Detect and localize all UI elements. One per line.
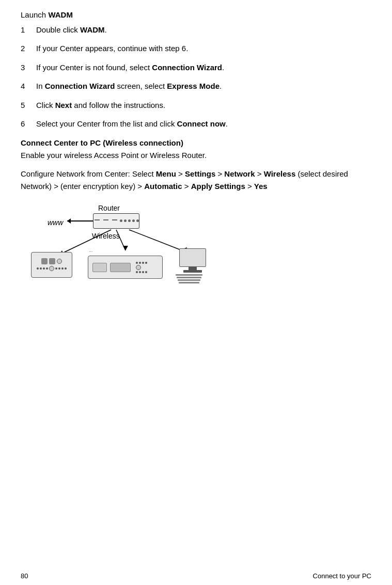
- step-2-text: If your Center appears, continue with st…: [36, 43, 188, 55]
- router-box: [93, 213, 139, 229]
- router-dot-5: [136, 219, 139, 222]
- cbtn-dot-6: [139, 271, 141, 273]
- step-4-text: In Connection Wizard screen, select Expr…: [36, 81, 222, 92]
- left-dot-2: [40, 267, 42, 270]
- left-top-row: [41, 258, 62, 264]
- router-line-1: [95, 219, 100, 220]
- router-dot-4: [132, 219, 135, 222]
- keyboard: [176, 274, 209, 283]
- left-dot-4: [46, 267, 48, 270]
- step-2-number: 2: [21, 43, 36, 55]
- computer-base: [183, 270, 202, 273]
- step-5-number: 5: [21, 100, 36, 112]
- device-left: [31, 252, 77, 283]
- left-dot-5: [55, 267, 57, 270]
- step-3: 3 If your Center is not found, select Co…: [21, 62, 371, 74]
- page-footer: 80 Connect to your PC: [0, 572, 392, 580]
- router-dots: [93, 219, 139, 222]
- step-6: 6 Select your Center from the list and c…: [21, 118, 371, 130]
- center-led: [92, 263, 107, 272]
- center-display: [110, 263, 131, 272]
- router-label: Router: [98, 203, 120, 214]
- step-5-text: Click Next and follow the instructions.: [36, 100, 165, 112]
- c-circle-btn: [136, 265, 141, 270]
- cbtn-dot-7: [142, 271, 144, 273]
- cbtn-dot-1: [136, 262, 138, 264]
- center-btn-row: [136, 262, 147, 273]
- launch-title: Launch WADM: [21, 9, 371, 21]
- computer-monitor: [179, 248, 206, 267]
- cbtn-dot-4: [145, 262, 147, 264]
- step-3-text: If your Center is not found, select Conn…: [36, 62, 224, 74]
- center-btn-small-1: [136, 262, 147, 264]
- step-1-number: 1: [21, 24, 36, 36]
- kb-line-3: [178, 279, 200, 281]
- left-dot-1: [37, 267, 39, 270]
- router-line-3: [112, 219, 117, 220]
- left-dots-row: [37, 266, 67, 271]
- center-device-body: [88, 256, 163, 279]
- page-number: 80: [21, 572, 28, 580]
- kb-line-1: [176, 274, 202, 276]
- cbtn-dot-3: [142, 262, 144, 264]
- computer-stand: [189, 267, 197, 270]
- step-1: 1 Double click WADM.: [21, 24, 371, 36]
- left-btn-2: [49, 258, 55, 264]
- step-list: 1 Double click WADM. 2 If your Center ap…: [21, 24, 371, 130]
- left-dot-6: [58, 267, 60, 270]
- kb-line-4: [179, 282, 199, 283]
- step-5: 5 Click Next and follow the instructions…: [21, 100, 371, 112]
- step-2: 2 If your Center appears, continue with …: [21, 43, 371, 55]
- cbtn-dot-2: [139, 262, 141, 264]
- router-dot-2: [124, 219, 127, 222]
- router-line-2: [103, 219, 108, 220]
- left-btn-1: [41, 258, 48, 264]
- left-circle-btn: [49, 266, 54, 271]
- kb-line-2: [177, 277, 201, 278]
- diagram: Router www Wireless: [31, 203, 222, 286]
- left-dot-3: [43, 267, 45, 270]
- footer-text: Connect to your PC: [313, 572, 371, 580]
- cbtn-dot-5: [136, 271, 138, 273]
- section-subtitle: Enable your wireless Access Point or Wir…: [21, 150, 371, 162]
- center-btn-small-2: [136, 271, 147, 273]
- left-circle: [57, 259, 62, 264]
- router-dot-3: [128, 219, 131, 222]
- cbtn-dot-8: [145, 271, 147, 273]
- left-dot-7: [61, 267, 64, 270]
- arrow-www: [67, 220, 93, 222]
- step-4: 4 In Connection Wizard screen, select Ex…: [21, 81, 371, 92]
- page-content: Launch WADM 1 Double click WADM. 2 If yo…: [0, 0, 392, 295]
- left-device-body: [31, 252, 72, 278]
- step-6-number: 6: [21, 118, 36, 130]
- www-label: www: [48, 217, 63, 228]
- step-3-number: 3: [21, 62, 36, 74]
- left-dot-8: [65, 267, 67, 270]
- device-right: [176, 248, 209, 282]
- configure-text: Configure Network from Center: Select Me…: [21, 168, 371, 193]
- step-6-text: Select your Center from the list and cli…: [36, 118, 228, 130]
- device-center: ···: [88, 248, 163, 283]
- section-title: Connect Center to PC (Wireless connectio…: [21, 137, 371, 149]
- wireless-label: Wireless: [92, 231, 120, 242]
- router-dot-1: [120, 219, 122, 222]
- step-1-text: Double click WADM.: [36, 24, 107, 36]
- step-4-number: 4: [21, 81, 36, 92]
